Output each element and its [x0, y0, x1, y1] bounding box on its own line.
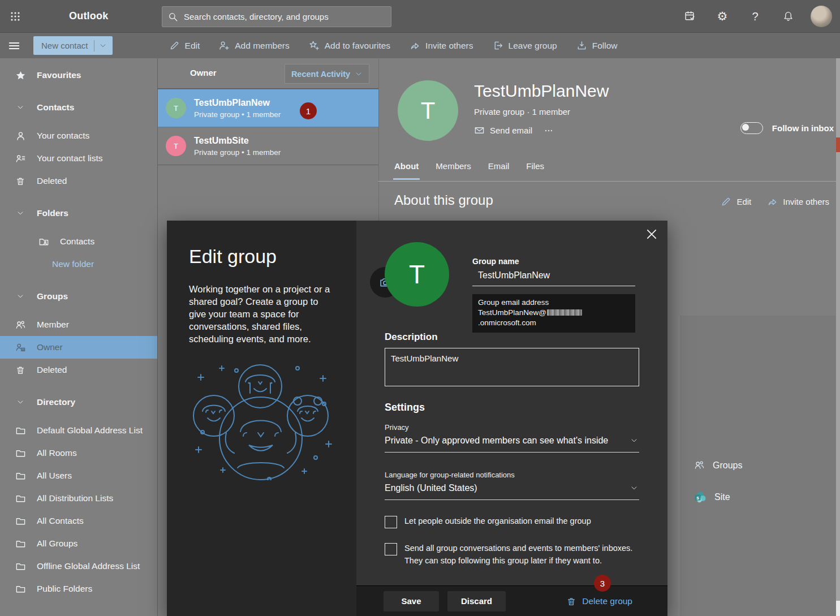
sidebar-item-all-groups[interactable]: All Groups: [0, 532, 157, 555]
checkbox-box[interactable]: [385, 543, 397, 555]
discard-button[interactable]: Discard: [447, 591, 506, 611]
chevron-down-icon[interactable]: [14, 104, 27, 111]
tab-members[interactable]: Members: [436, 161, 471, 174]
group-list-item-testumbsite[interactable]: TTestUmbSitePrivate group • 1 member: [158, 127, 378, 165]
sidebar-item-label: All Users: [37, 471, 72, 481]
sidebar-item-offline-global-address-list[interactable]: Offline Global Address List: [0, 555, 157, 578]
description-field[interactable]: TestUmbPlanNew: [385, 348, 639, 386]
checkbox-box[interactable]: [385, 516, 397, 528]
sort-dropdown[interactable]: Recent Activity: [285, 64, 369, 84]
send-conversations-checkbox[interactable]: Send all group conversations and events …: [385, 542, 639, 567]
sidebar-item-groups[interactable]: Groups: [0, 285, 157, 308]
sidebar-item-label: Public Folders: [37, 584, 92, 594]
outside-email-checkbox[interactable]: Let people outside the organisation emai…: [385, 515, 639, 528]
sidebar-item-label: Directory: [37, 397, 75, 407]
sidebar-item-deleted[interactable]: Deleted: [0, 359, 157, 381]
dialog-group-avatar: T: [385, 242, 449, 307]
chevron-down-icon[interactable]: [14, 292, 27, 300]
sidebar-item-deleted[interactable]: Deleted: [0, 170, 157, 192]
bell-icon[interactable]: [780, 8, 796, 24]
sidebar-item-public-folders[interactable]: Public Folders: [0, 578, 157, 600]
toolbar-action-follow[interactable]: Follow: [576, 40, 618, 51]
chevron-down-icon[interactable]: [14, 209, 27, 217]
sidebar-item-all-distribution-lists[interactable]: All Distribution Lists: [0, 487, 157, 510]
group-item-name: TestUmbSite: [194, 136, 281, 146]
envelope-icon: [474, 125, 485, 136]
help-icon[interactable]: ?: [747, 8, 763, 24]
privacy-select[interactable]: Private - Only approved members can see …: [385, 432, 639, 453]
sidebar-item-label: Member: [37, 320, 69, 330]
pencil-icon: [169, 40, 180, 51]
sidebar-item-favourites[interactable]: Favourites: [0, 64, 157, 87]
chevron-down-icon[interactable]: [14, 398, 27, 406]
dialog-footer: Save Discard Delete group: [356, 585, 667, 616]
tab-about[interactable]: About: [394, 161, 419, 174]
sidebar-item-label: Default Global Address List: [37, 425, 143, 436]
sidebar-item-new-folder[interactable]: New folder: [0, 253, 157, 275]
sidebar-item-directory[interactable]: Directory: [0, 391, 157, 413]
delete-group-button[interactable]: Delete group: [566, 596, 632, 606]
close-icon[interactable]: [643, 226, 660, 243]
pencil-icon: [721, 196, 731, 207]
toolbar-action-add-to-favourites[interactable]: Add to favourites: [309, 40, 390, 51]
resources-rail: Groups s Site: [679, 316, 836, 616]
toolbar-action-add-members[interactable]: Add members: [219, 40, 289, 51]
share-icon: [410, 40, 420, 51]
trash-icon: [14, 365, 27, 375]
group-list-item-testumbplannew[interactable]: TTestUmbPlanNewPrivate group • 1 member1: [158, 89, 378, 127]
sidebar-item-all-contacts[interactable]: All Contacts: [0, 510, 157, 532]
new-contact-button[interactable]: New contact: [33, 36, 113, 55]
toolbar-action-edit[interactable]: Edit: [169, 40, 200, 51]
sidebar-item-label: All Contacts: [37, 516, 84, 526]
edit-group-dialog: Edit group Working together on a project…: [167, 221, 667, 616]
step-badge-1: 1: [300, 102, 317, 119]
tab-email[interactable]: Email: [488, 161, 510, 174]
folder-icon: [14, 584, 27, 595]
group-list-header: Owner Recent Activity: [158, 58, 378, 89]
leave-icon: [493, 40, 503, 51]
sidebar-item-default-global-address-list[interactable]: Default Global Address List: [0, 419, 157, 442]
send-email-button[interactable]: Send email: [474, 125, 532, 136]
sidebar-item-contacts[interactable]: Contacts: [0, 230, 157, 253]
chevron-down-icon: [630, 484, 638, 492]
page-scrollbar[interactable]: [836, 58, 840, 616]
rail-item-site[interactable]: s Site: [694, 491, 730, 503]
language-select[interactable]: English (United States): [385, 479, 639, 500]
sidebar-item-all-users[interactable]: All Users: [0, 464, 157, 487]
gear-icon[interactable]: ⚙: [714, 8, 730, 24]
sidebar-item-folders[interactable]: Folders: [0, 202, 157, 225]
follow-toggle[interactable]: [740, 122, 763, 134]
outlook-people-window: Outlook Search contacts, directory, and …: [0, 0, 840, 616]
toolbar-action-invite-others[interactable]: Invite others: [410, 40, 473, 51]
folder-icon: [14, 539, 27, 549]
search-input[interactable]: Search contacts, directory, and groups: [162, 6, 391, 27]
sidebar-item-all-rooms[interactable]: All Rooms: [0, 442, 157, 464]
invite-others-button[interactable]: Invite others: [767, 196, 829, 207]
group-item-name: TestUmbPlanNew: [194, 98, 281, 108]
tasks-icon[interactable]: [682, 8, 697, 24]
sidebar-item-your-contact-lists[interactable]: Your contact lists: [0, 147, 157, 170]
rail-item-groups[interactable]: Groups: [694, 460, 742, 471]
folder-icon: [14, 448, 27, 459]
group-item-meta: Private group • 1 member: [194, 110, 281, 119]
group-avatar: T: [166, 136, 186, 156]
save-button[interactable]: Save: [384, 591, 439, 611]
share-icon: [767, 196, 778, 207]
sidebar-item-your-contacts[interactable]: Your contacts: [0, 124, 157, 147]
more-options-icon[interactable]: [543, 125, 554, 136]
scrollbar-thumb[interactable]: [836, 601, 840, 616]
toolbar-action-leave-group[interactable]: Leave group: [493, 40, 557, 51]
hamburger-icon[interactable]: [2, 35, 27, 57]
group-item-meta: Private group • 1 member: [194, 148, 281, 157]
app-launcher-icon[interactable]: [2, 3, 28, 29]
edit-group-button[interactable]: Edit: [721, 196, 751, 207]
person-icon: [14, 131, 27, 141]
sidebar-item-contacts[interactable]: Contacts: [0, 96, 157, 119]
chevron-down-icon[interactable]: [99, 42, 107, 50]
sidebar-item-label: New folder: [52, 259, 94, 269]
tab-files[interactable]: Files: [526, 161, 544, 174]
user-avatar[interactable]: [811, 6, 832, 27]
sidebar-item-owner[interactable]: Owner: [0, 336, 157, 359]
group-name-field[interactable]: TestUmbPlanNew: [472, 266, 635, 286]
sidebar-item-member[interactable]: Member: [0, 313, 157, 336]
